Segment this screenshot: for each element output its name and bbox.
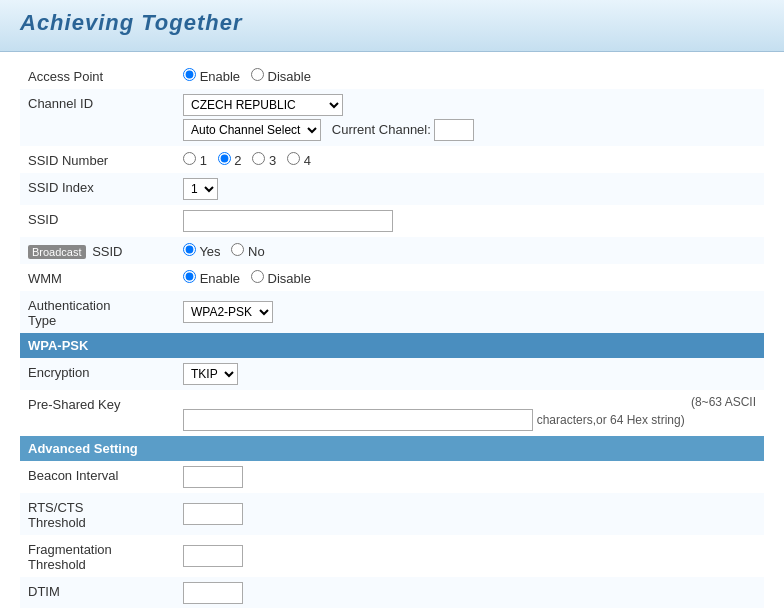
ssid-row: SSID FBI [20,205,764,237]
dtim-label: DTIM [20,577,175,608]
pre-shared-key-row: Pre-Shared Key (8~63 ASCII characters,or… [20,390,764,436]
ssid-index-controls: 1 [175,173,764,205]
current-channel-input[interactable]: 1 [434,119,474,141]
ssid-input[interactable]: FBI [183,210,393,232]
encryption-row: Encryption TKIP [20,358,764,390]
broadcast-no-label: No [248,244,265,259]
ssid-num-3-label: 3 [269,153,276,168]
access-point-enable-label: Enable [200,69,240,84]
ssid-index-label: SSID Index [20,173,175,205]
beacon-interval-row: Beacon Interval 100 [20,461,764,493]
beacon-interval-label: Beacon Interval [20,461,175,493]
fragmentation-label: FragmentationThreshold [20,535,175,577]
wmm-row: WMM Enable Disable [20,264,764,291]
wmm-disable-label: Disable [268,271,311,286]
fragmentation-row: FragmentationThreshold 2346 [20,535,764,577]
country-select[interactable]: CZECH REPUBLIC [183,94,343,116]
wpa-psk-header-cell: WPA-PSK [20,333,764,358]
wmm-disable-radio[interactable] [251,270,264,283]
ssid-num-2-radio[interactable] [218,152,231,165]
authentication-row: AuthenticationType WPA2-PSK [20,291,764,333]
encryption-controls: TKIP [175,358,764,390]
dtim-row: DTIM 1 [20,577,764,608]
advanced-setting-header-row: Advanced Setting [20,436,764,461]
broadcast-ssid-text: SSID [92,244,122,259]
wmm-controls: Enable Disable [175,264,764,291]
broadcast-yes-label: Yes [199,244,220,259]
pre-shared-key-hint-line1: (8~63 ASCII [183,395,756,409]
broadcast-badge: Broadcast [28,245,86,259]
broadcast-ssid-controls: Yes No [175,237,764,264]
ssid-num-1-label: 1 [200,153,207,168]
current-channel-label: Current Channel: [332,122,431,137]
fragmentation-controls: 2346 [175,535,764,577]
ssid-num-1-radio[interactable] [183,152,196,165]
ssid-num-4-radio[interactable] [287,152,300,165]
broadcast-yes-radio[interactable] [183,243,196,256]
pre-shared-key-controls: (8~63 ASCII characters,or 64 Hex string) [175,390,764,436]
access-point-controls: Enable Disable [175,62,764,89]
advanced-setting-header-cell: Advanced Setting [20,436,764,461]
encryption-select[interactable]: TKIP [183,363,238,385]
pre-shared-key-label: Pre-Shared Key [20,390,175,436]
ssid-num-3-radio[interactable] [252,152,265,165]
access-point-disable-radio[interactable] [251,68,264,81]
access-point-enable-radio[interactable] [183,68,196,81]
broadcast-no-radio[interactable] [231,243,244,256]
authentication-label: AuthenticationType [20,291,175,333]
dtim-input[interactable]: 1 [183,582,243,604]
page-title: Achieving Together [20,10,764,36]
rts-cts-controls: 2347 [175,493,764,535]
rts-cts-label: RTS/CTSThreshold [20,493,175,535]
wmm-enable-label: Enable [200,271,240,286]
ssid-index-row: SSID Index 1 [20,173,764,205]
beacon-interval-controls: 100 [175,461,764,493]
page-header: Achieving Together [0,0,784,52]
rts-cts-input[interactable]: 2347 [183,503,243,525]
pre-shared-key-input[interactable] [183,409,533,431]
ssid-label: SSID [20,205,175,237]
rts-cts-row: RTS/CTSThreshold 2347 [20,493,764,535]
authentication-select[interactable]: WPA2-PSK [183,301,273,323]
main-content: Access Point Enable Disable Channel ID C… [0,52,784,608]
wpa-psk-header-row: WPA-PSK [20,333,764,358]
channel-id-row: Channel ID CZECH REPUBLIC Auto Channel S… [20,89,764,146]
broadcast-ssid-row: Broadcast SSID Yes No [20,237,764,264]
broadcast-ssid-label: Broadcast SSID [20,237,175,264]
ssid-controls: FBI [175,205,764,237]
access-point-row: Access Point Enable Disable [20,62,764,89]
authentication-controls: WPA2-PSK [175,291,764,333]
auto-channel-select[interactable]: Auto Channel Select [183,119,321,141]
ssid-number-label: SSID Number [20,146,175,173]
ssid-num-2-label: 2 [234,153,241,168]
ssid-number-row: SSID Number 1 2 3 4 [20,146,764,173]
ssid-number-controls: 1 2 3 4 [175,146,764,173]
channel-id-controls: CZECH REPUBLIC Auto Channel Select Curre… [175,89,764,146]
fragmentation-input[interactable]: 2346 [183,545,243,567]
channel-id-label: Channel ID [20,89,175,146]
ssid-index-select[interactable]: 1 [183,178,218,200]
settings-table: Access Point Enable Disable Channel ID C… [20,62,764,608]
wmm-enable-radio[interactable] [183,270,196,283]
access-point-label: Access Point [20,62,175,89]
wmm-label: WMM [20,264,175,291]
dtim-controls: 1 [175,577,764,608]
beacon-interval-input[interactable]: 100 [183,466,243,488]
encryption-label: Encryption [20,358,175,390]
access-point-disable-label: Disable [268,69,311,84]
ssid-num-4-label: 4 [304,153,311,168]
pre-shared-key-hint-line2: characters,or 64 Hex string) [537,413,685,427]
